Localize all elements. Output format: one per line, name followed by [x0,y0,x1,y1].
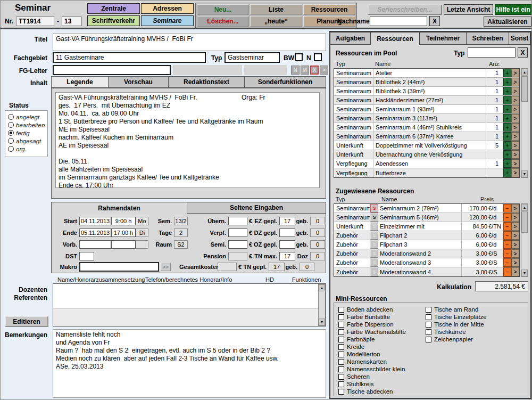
assigned-row[interactable]: SeminarraumSSeminarraum 5 (46m²)120,00€/… [334,213,519,222]
pool-row[interactable]: SeminarraumSeminarraum 1 (93m²)1+> [334,105,519,114]
add-resource-button[interactable]: + [503,132,511,141]
aktualisieren-button[interactable]: Aktualisieren [484,17,531,27]
remove-resource-button[interactable]: − [503,222,511,231]
dst-field[interactable] [79,252,94,260]
ez-gepl-field[interactable]: 17 [279,217,295,225]
pool-row[interactable]: SeminarraumAtelier1+> [334,69,519,78]
fachgebiet-input[interactable] [53,52,206,63]
action-button-l-schen[interactable]: Löschen... [197,16,249,27]
open-resource-button[interactable]: > [511,204,519,213]
action-button-neu[interactable]: Neu... [197,4,249,15]
mini-resource-zeichenpapier[interactable]: Zeichenpapier [426,336,487,343]
add-resource-button[interactable]: + [503,159,511,168]
open-resource-button[interactable]: > [511,150,519,159]
tab-sonst[interactable]: Sonst [509,32,530,45]
pool-row[interactable]: SeminarraumBibliothek 3 (39m²)1+> [334,87,519,96]
record-nav-button-m[interactable]: M [301,66,309,75]
storno-button[interactable]: S [370,222,378,231]
clear-nachname-button[interactable]: X [429,16,440,26]
letzte-ansicht-button[interactable]: Letzte Ansicht [444,4,493,15]
pool-row[interactable]: SeminarraumSeminarraum 6 (37m²) Karree1+… [334,132,519,141]
open-resource-button[interactable]: > [511,96,519,104]
ende-time-field[interactable]: 17:00 h [111,228,136,237]
assigned-row[interactable]: SeminarraumSSeminarraum 2 (79m²)170,00€/… [334,204,519,213]
add-resource-button[interactable]: + [503,150,511,159]
pool-typ-filter-input[interactable] [468,47,516,58]
start-time-field[interactable]: 9:00 h [111,217,136,225]
pool-row[interactable]: UnterkunftÜbernachtung ohne Verköstigung… [334,150,519,159]
uebern-field[interactable] [228,217,247,225]
serienschreiben-button[interactable]: Serienschreiben... [368,4,442,15]
add-resource-button[interactable]: + [503,87,511,95]
open-resource-button[interactable]: > [511,240,519,249]
vorb-date-field[interactable] [79,240,111,249]
remove-resource-button[interactable]: − [503,240,511,249]
tab-seltene-eingaben[interactable]: Seltene Eingaben [187,202,326,214]
fg-leiter-input[interactable] [53,65,171,75]
record-nav-button-n[interactable]: N [291,66,300,75]
assigned-row[interactable]: ZubehörSModerationswand 33,00€/S−> [334,258,519,267]
module-button-zentrale[interactable]: Zentrale [87,3,140,14]
storno-button[interactable]: S [370,231,378,240]
remove-resource-button[interactable]: − [503,204,511,213]
assigned-row[interactable]: ZubehörSModerationswand 43,00€/S−> [334,267,519,276]
vorb-time-field[interactable] [111,240,136,249]
status-option-fertig[interactable]: fertig [8,129,47,137]
open-resource-button[interactable]: > [511,114,519,123]
tab-aufgaben[interactable]: Aufgaben [330,32,371,45]
record-nav-button-item[interactable]: > [320,66,328,75]
mini-resource-farbe-wachsmalstifte[interactable]: Farbe Wachsmalstifte [338,328,406,336]
mini-resource-tische-einzelpl-tze[interactable]: Tische Einzelplätze [426,313,487,321]
nachname-input[interactable] [370,16,427,26]
storno-button[interactable]: S [370,204,378,213]
storno-button[interactable]: S [370,240,378,249]
storno-button[interactable]: S [370,249,378,258]
pool-row[interactable]: UnterkunftDoppelzimmer mit Vollverköstig… [334,141,519,150]
add-resource-button[interactable]: + [503,168,511,177]
mini-resource-modellierton[interactable]: Modellierton [338,350,406,358]
makro-field[interactable] [79,262,159,272]
semi-field[interactable] [228,240,247,249]
status-option-org[interactable]: org. [8,145,47,153]
pool-scrollbar[interactable]: ▲ ▼ [521,68,528,178]
mini-resource-farbe-buntstifte[interactable]: Farbe Buntstifte [338,313,406,321]
action-button-heute[interactable]: „heute“ [250,16,302,27]
open-resource-button[interactable]: > [511,222,519,231]
remove-resource-button[interactable]: − [503,267,511,276]
open-resource-button[interactable]: > [511,69,519,77]
remove-resource-button[interactable]: − [503,231,511,240]
module-button-schriftverkehr[interactable]: Schriftverkehr [87,15,140,26]
status-option-bearbeiten[interactable]: bearbeiten [8,121,47,129]
mini-resource-farbn-pfe[interactable]: Farbnäpfe [338,336,406,343]
pool-row[interactable]: SeminarraumBibliothek 2 (44m²)1+> [334,78,519,87]
assigned-row[interactable]: ZubehörSModerationswand 23,00€/S−> [334,249,519,258]
scroll-up-icon[interactable]: ▲ [521,69,528,76]
open-resource-button[interactable]: > [511,87,519,95]
status-option-angelegt[interactable]: angelegt [8,113,47,121]
n-checkbox[interactable] [314,53,322,61]
bw-checkbox[interactable] [295,53,303,61]
verpf-field[interactable] [228,228,247,237]
tab-ressourcen[interactable]: Ressourcen [371,32,420,45]
assigned-row[interactable]: ZubehörSFlipchart 26,00€/d−> [334,231,519,240]
pool-row[interactable]: VerpflegungButterbreze+> [334,168,519,177]
add-resource-button[interactable]: + [503,123,511,132]
start-date-field[interactable]: 04.11.2013 [79,217,111,225]
ende-date-field[interactable]: 05.11.2013 [79,228,111,237]
add-resource-button[interactable]: + [503,78,511,86]
scroll-down-icon[interactable]: ▼ [319,319,325,325]
open-resource-button[interactable]: > [511,78,519,86]
open-resource-button[interactable]: > [511,132,519,141]
mini-resource-tische-am-rand[interactable]: Tische am Rand [426,306,487,313]
mini-resource-namenskarten[interactable]: Namenskarten [338,358,406,365]
scroll-up-icon[interactable]: ▲ [319,284,325,291]
open-resource-button[interactable]: > [511,267,519,276]
nr-input[interactable] [16,17,54,26]
hilfe-button[interactable]: Hilfe ist ein [495,4,531,15]
titel-input[interactable]: Gast-VA Führungskräftetraining MVHS / Fo… [53,34,326,51]
mini-resource-scheren[interactable]: Scheren [338,373,406,380]
inhalt-tab-legende[interactable]: Legende [51,76,108,88]
mini-resource-boden-abdecken[interactable]: Boden abdecken [338,306,406,313]
action-button-ressourcen[interactable]: Ressourcen [303,4,355,15]
record-nav-button-x[interactable]: X [310,66,319,75]
